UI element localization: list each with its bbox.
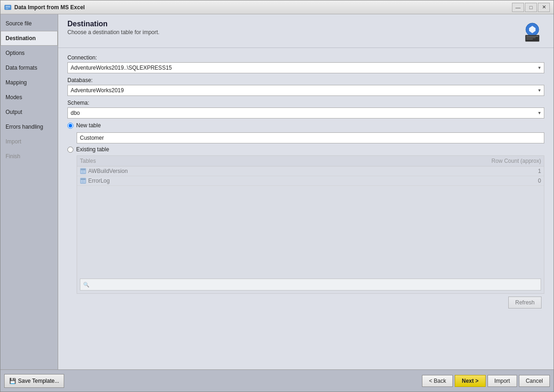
schema-group: Schema: dbo xyxy=(67,100,544,119)
sidebar-item-destination[interactable]: Destination xyxy=(0,31,58,46)
svg-rect-17 xyxy=(81,180,83,181)
table-row[interactable]: ErrorLog 0 xyxy=(77,176,544,186)
window-controls: — □ ✕ xyxy=(512,3,550,12)
sidebar-item-options[interactable]: Options xyxy=(0,46,58,60)
svg-rect-14 xyxy=(83,172,85,173)
next-button[interactable]: Next > xyxy=(455,375,485,387)
svg-rect-8 xyxy=(526,39,533,40)
table-icon xyxy=(80,168,86,174)
svg-rect-18 xyxy=(83,180,85,181)
svg-rect-16 xyxy=(81,178,85,180)
connection-select-wrapper: AdventureWorks2019..\SQLEXPRESS15 xyxy=(67,62,544,73)
table-list-header: Tables Row Count (approx) xyxy=(77,156,544,166)
existing-table-radio[interactable] xyxy=(67,147,73,153)
schema-select-wrapper: dbo xyxy=(67,107,544,119)
svg-rect-20 xyxy=(83,182,85,183)
svg-rect-2 xyxy=(6,7,10,8)
connection-group: Connection: AdventureWorks2019..\SQLEXPR… xyxy=(67,54,544,73)
sidebar-item-source-file[interactable]: Source file xyxy=(0,16,58,31)
table-name: AWBuildVersion xyxy=(88,168,472,174)
svg-rect-7 xyxy=(526,37,536,38)
database-label: Database: xyxy=(67,77,544,83)
existing-table-radio-row: Existing table xyxy=(67,146,544,153)
database-group: Database: AdventureWorks2019 xyxy=(67,77,544,96)
svg-rect-11 xyxy=(81,171,83,172)
cancel-button[interactable]: Cancel xyxy=(519,375,550,387)
minimize-button[interactable]: — xyxy=(512,3,524,12)
page-title: Destination xyxy=(67,20,159,28)
new-table-input-wrapper xyxy=(77,132,544,143)
sidebar-item-data-formats[interactable]: Data formats xyxy=(0,60,58,75)
connection-select[interactable]: AdventureWorks2019..\SQLEXPRESS15 xyxy=(67,62,544,73)
save-template-label: Save Template... xyxy=(18,378,59,384)
maximize-button[interactable]: □ xyxy=(525,3,537,12)
new-table-label[interactable]: New table xyxy=(76,122,101,129)
sidebar-item-errors-handling[interactable]: Errors handling xyxy=(0,119,58,134)
table-rows-list: AWBuildVersion 1 ErrorLog 0 xyxy=(77,166,544,276)
refresh-button[interactable]: Refresh xyxy=(508,297,542,309)
table-row-count: 1 xyxy=(472,168,541,174)
sidebar-item-import: Import xyxy=(0,134,58,149)
table-row-count: 0 xyxy=(472,178,541,184)
app-icon xyxy=(4,4,12,11)
main-area: Destination Choose a destination table f… xyxy=(58,14,554,369)
svg-rect-19 xyxy=(81,182,83,183)
main-window: Data Import from MS Excel — □ ✕ Source f… xyxy=(0,0,554,392)
import-button[interactable]: Import xyxy=(488,375,517,387)
form-area: Connection: AdventureWorks2019..\SQLEXPR… xyxy=(58,48,554,369)
search-icon: 🔍 xyxy=(83,282,90,288)
svg-rect-13 xyxy=(81,172,83,173)
svg-rect-1 xyxy=(6,6,10,7)
svg-rect-6 xyxy=(526,36,538,37)
database-select-wrapper: AdventureWorks2019 xyxy=(67,85,544,96)
table-icon xyxy=(80,178,86,184)
search-input[interactable] xyxy=(91,281,538,288)
new-table-radio[interactable] xyxy=(67,123,73,129)
save-icon: 💾 xyxy=(9,378,16,384)
sidebar: Source fileDestinationOptionsData format… xyxy=(0,14,58,369)
window-title: Data Import from MS Excel xyxy=(14,4,512,11)
table-list-container: Tables Row Count (approx) AWBuildVersion… xyxy=(77,155,544,294)
schema-label: Schema: xyxy=(67,100,544,106)
header-text: Destination Choose a destination table f… xyxy=(67,20,159,36)
title-bar: Data Import from MS Excel — □ ✕ xyxy=(0,0,554,14)
sidebar-item-finish: Finish xyxy=(0,149,58,164)
table-name: ErrorLog xyxy=(88,178,472,184)
tables-column-header: Tables xyxy=(80,158,472,164)
content-area: Source fileDestinationOptionsData format… xyxy=(0,14,554,369)
svg-rect-10 xyxy=(81,169,85,170)
svg-rect-12 xyxy=(83,171,85,172)
sidebar-item-modes[interactable]: Modes xyxy=(0,90,58,105)
footer-bar: 💾 Save Template... < Back Next > Import … xyxy=(0,369,554,392)
close-button[interactable]: ✕ xyxy=(538,3,550,12)
new-table-radio-row: New table xyxy=(67,122,544,129)
sidebar-item-mapping[interactable]: Mapping xyxy=(0,75,58,90)
table-type-radio-group: New table Existing table Tab xyxy=(67,122,544,309)
database-select[interactable]: AdventureWorks2019 xyxy=(67,85,544,96)
connection-label: Connection: xyxy=(67,54,544,61)
existing-table-section: Tables Row Count (approx) AWBuildVersion… xyxy=(67,155,544,309)
schema-select[interactable]: dbo xyxy=(67,107,544,119)
main-header: Destination Choose a destination table f… xyxy=(58,14,554,48)
svg-rect-3 xyxy=(6,8,8,9)
search-bar: 🔍 xyxy=(80,279,541,291)
refresh-button-row: Refresh xyxy=(67,294,544,309)
save-template-button[interactable]: 💾 Save Template... xyxy=(4,374,64,388)
new-table-name-input[interactable] xyxy=(77,132,544,143)
existing-table-label[interactable]: Existing table xyxy=(76,146,109,153)
back-button[interactable]: < Back xyxy=(422,375,453,387)
rowcount-column-header: Row Count (approx) xyxy=(472,158,541,164)
page-subtitle: Choose a destination table for import. xyxy=(67,29,159,36)
app-logo xyxy=(520,20,544,44)
sidebar-item-output[interactable]: Output xyxy=(0,105,58,119)
table-row[interactable]: AWBuildVersion 1 xyxy=(77,166,544,176)
